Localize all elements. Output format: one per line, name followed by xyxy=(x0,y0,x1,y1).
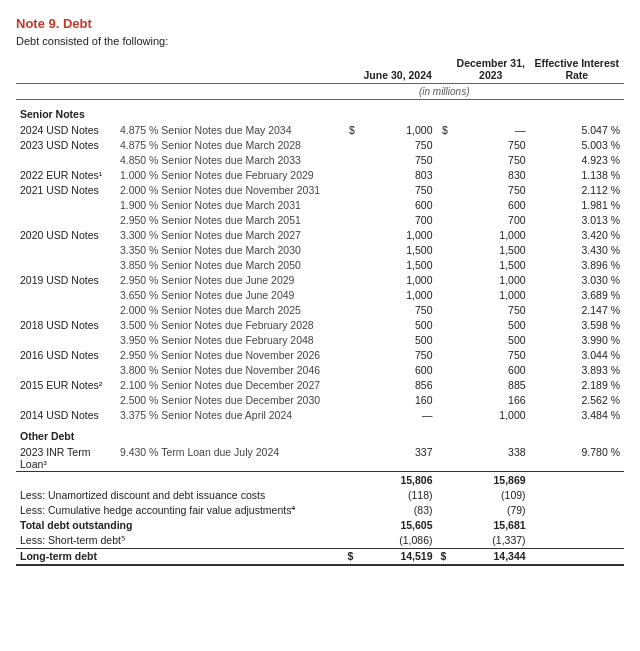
dollar-empty2 xyxy=(437,517,452,533)
row-val2024: 1,500 xyxy=(359,257,437,272)
dollar2 xyxy=(437,152,452,167)
dollar-lt1: $ xyxy=(343,548,358,565)
row-val2024: — xyxy=(359,407,437,422)
row-val2024: 160 xyxy=(359,392,437,407)
dollar1: $ xyxy=(343,122,358,137)
row-val2023: 750 xyxy=(452,182,530,197)
row-val2023: (1,337) xyxy=(452,533,530,549)
row-label xyxy=(16,362,116,377)
dollar2 xyxy=(437,212,452,227)
longterm-val2024: 14,519 xyxy=(359,548,437,565)
table-row: Less: Short-term debt⁵ (1,086) (1,337) xyxy=(16,533,624,549)
dollar2 xyxy=(437,227,452,242)
table-row: Senior Notes xyxy=(16,100,624,123)
row-val2023: 1,000 xyxy=(452,287,530,302)
table-row: Other Debt xyxy=(16,422,624,444)
row-val2024: 750 xyxy=(359,137,437,152)
row-val2023: — xyxy=(452,122,530,137)
dollar1 xyxy=(343,317,358,332)
table-row: 2014 USD Notes 3.375 % Senior Notes due … xyxy=(16,407,624,422)
total-label xyxy=(16,472,343,488)
row-val2024: 1,500 xyxy=(359,242,437,257)
table-row: 2.950 % Senior Notes due March 2051 700 … xyxy=(16,212,624,227)
row-val2023: 1,000 xyxy=(452,272,530,287)
dollar2 xyxy=(437,347,452,362)
table-row: 2019 USD Notes 2.950 % Senior Notes due … xyxy=(16,272,624,287)
col2-header xyxy=(116,55,344,84)
row-val2024: 1,000 xyxy=(359,122,437,137)
row-rate: 3.430 % xyxy=(530,242,624,257)
row-rate: 3.893 % xyxy=(530,362,624,377)
row-val2023: 600 xyxy=(452,362,530,377)
row-val2024: (118) xyxy=(359,487,437,502)
row-label: 2018 USD Notes xyxy=(16,317,116,332)
dollar2 xyxy=(437,533,452,549)
row-val2024: 1,000 xyxy=(359,227,437,242)
dollar2 xyxy=(437,167,452,182)
row-desc: 3.500 % Senior Notes due February 2028 xyxy=(116,317,344,332)
row-label: 2015 EUR Notes² xyxy=(16,377,116,392)
row-label: 2016 USD Notes xyxy=(16,347,116,362)
row-rate: 3.013 % xyxy=(530,212,624,227)
dollar1 xyxy=(343,212,358,227)
dollar1 xyxy=(343,272,358,287)
empty-sub2 xyxy=(116,84,344,100)
dollar2 xyxy=(437,392,452,407)
row-desc: 4.850 % Senior Notes due March 2033 xyxy=(116,152,344,167)
table-row: 2.500 % Senior Notes due December 2030 1… xyxy=(16,392,624,407)
table-row: 4.850 % Senior Notes due March 2033 750 … xyxy=(16,152,624,167)
table-row: 3.800 % Senior Notes due November 2046 6… xyxy=(16,362,624,377)
row-desc: 2.500 % Senior Notes due December 2030 xyxy=(116,392,344,407)
table-row: 2023 USD Notes 4.875 % Senior Notes due … xyxy=(16,137,624,152)
total-val2024: 15,806 xyxy=(359,472,437,488)
row-rate: 3.598 % xyxy=(530,317,624,332)
row-desc: 3.650 % Senior Notes due June 2049 xyxy=(116,287,344,302)
table-row: 2022 EUR Notes¹ 1.000 % Senior Notes due… xyxy=(16,167,624,182)
longterm-val2023: 14,344 xyxy=(452,548,530,565)
row-rate: 2.562 % xyxy=(530,392,624,407)
longterm-rate xyxy=(530,548,624,565)
dollar1 xyxy=(343,444,358,472)
row-val2023: 750 xyxy=(452,347,530,362)
row-desc: 1.900 % Senior Notes due March 2031 xyxy=(116,197,344,212)
total-rate xyxy=(530,472,624,488)
row-label xyxy=(16,332,116,347)
row-rate: 3.896 % xyxy=(530,257,624,272)
row-val2024: 700 xyxy=(359,212,437,227)
row-rate: 3.420 % xyxy=(530,227,624,242)
bold-val2023: 15,681 xyxy=(452,517,530,533)
row-val2023: 1,500 xyxy=(452,257,530,272)
dollar1 xyxy=(343,242,358,257)
col4-header: December 31, 2023 xyxy=(452,55,530,84)
row-val2023: 500 xyxy=(452,317,530,332)
row-label xyxy=(16,257,116,272)
row-val2024: 600 xyxy=(359,197,437,212)
row-label xyxy=(16,212,116,227)
empty-sub3 xyxy=(343,84,358,100)
dollar1 xyxy=(343,137,358,152)
row-val2024: 750 xyxy=(359,182,437,197)
row-val2024: 750 xyxy=(359,347,437,362)
dollar2 xyxy=(437,377,452,392)
row-val2024: 500 xyxy=(359,317,437,332)
row-rate: 5.003 % xyxy=(530,137,624,152)
table-row: 2024 USD Notes 4.875 % Senior Notes due … xyxy=(16,122,624,137)
section-label: Other Debt xyxy=(16,422,624,444)
row-val2023: 338 xyxy=(452,444,530,472)
in-millions: (in millions) xyxy=(359,84,530,100)
empty-sub1 xyxy=(16,84,116,100)
dollar1 xyxy=(343,257,358,272)
row-rate: 3.044 % xyxy=(530,347,624,362)
col5-header: Effective Interest Rate xyxy=(530,55,624,84)
dollar-empty xyxy=(343,472,358,488)
dollar1 xyxy=(343,332,358,347)
dollar1 xyxy=(343,302,358,317)
row-rate: 9.780 % xyxy=(530,444,624,472)
dollar2 xyxy=(437,317,452,332)
row-desc: 2.000 % Senior Notes due November 2031 xyxy=(116,182,344,197)
row-label: 2021 USD Notes xyxy=(16,182,116,197)
row-label: 2022 EUR Notes¹ xyxy=(16,167,116,182)
dollar1 xyxy=(343,152,358,167)
row-desc: 3.375 % Senior Notes due April 2024 xyxy=(116,407,344,422)
row-val2023: 1,000 xyxy=(452,407,530,422)
